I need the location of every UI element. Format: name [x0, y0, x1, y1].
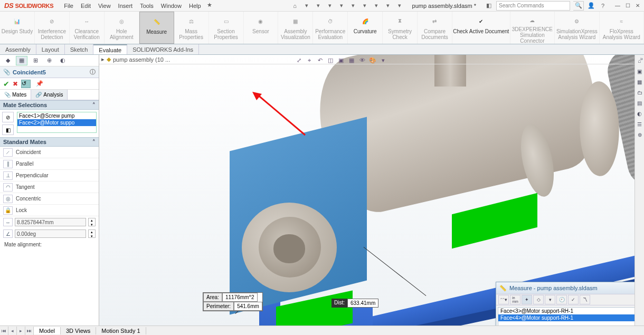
- chart-icon[interactable]: 〽: [580, 295, 590, 304]
- pin-icon[interactable]: ⓘ: [90, 68, 96, 76]
- restore-icon[interactable]: ☐: [623, 2, 632, 9]
- measure-selection-list[interactable]: Face<3>@Motor support-RH-1 Face<4>@Motor…: [498, 307, 634, 326]
- dim-manager-icon[interactable]: ⊕: [43, 56, 55, 65]
- zoom-fit-icon[interactable]: ⤢: [295, 56, 303, 64]
- home-icon[interactable]: ⌂: [291, 2, 299, 10]
- menu-view[interactable]: View: [95, 1, 114, 11]
- ribbon-compare-documents[interactable]: ⇄Compare Documents: [418, 12, 452, 44]
- undo-icon[interactable]: ▾: [349, 2, 357, 10]
- redo-icon[interactable]: ▾: [361, 2, 369, 10]
- taskpane-forum-icon[interactable]: ⊕: [636, 131, 643, 138]
- display-manager-icon[interactable]: ◐: [57, 56, 69, 65]
- print-icon[interactable]: ▾: [337, 2, 346, 10]
- tab-3d-views[interactable]: 3D Views: [61, 327, 96, 334]
- doc-tab-layout[interactable]: Layout: [36, 44, 65, 54]
- feature-tree-icon[interactable]: ◆: [2, 56, 14, 65]
- taskpane-file-explorer-icon[interactable]: 🗀: [636, 89, 643, 96]
- measure-window[interactable]: 📏 Measure - pump assembly.sldasm ? ✕ ᵔᵔ▾…: [496, 282, 634, 326]
- ribbon-performance-evaluation[interactable]: ⏱Performance Evaluation: [313, 12, 348, 44]
- ribbon-clearance-verification[interactable]: ↔Clearance Verification: [70, 12, 105, 44]
- menu-window[interactable]: Window: [158, 1, 185, 11]
- tab-mates[interactable]: 📎Mates: [0, 90, 31, 100]
- hide-show-icon[interactable]: 👁: [358, 56, 366, 64]
- menu-help[interactable]: Help: [186, 1, 204, 11]
- search-icon[interactable]: 🔍: [573, 1, 584, 11]
- user-icon[interactable]: 👤: [587, 2, 595, 10]
- mate-lock[interactable]: 🔒Lock: [0, 205, 99, 216]
- undo-preview-icon[interactable]: ↺: [21, 80, 31, 88]
- taskpane-design-lib-icon[interactable]: ▦: [636, 78, 643, 85]
- search-target-icon[interactable]: ◧: [485, 2, 493, 10]
- apply-scene-icon[interactable]: ▾: [379, 56, 387, 64]
- property-manager-icon[interactable]: ▦: [16, 56, 27, 65]
- ribbon--dexperience-simulation-connector[interactable]: ☁3DEXPERIENCE Simulation Connector: [510, 12, 555, 44]
- history-icon[interactable]: 🕘: [556, 295, 567, 304]
- cancel-icon[interactable]: ✖: [13, 80, 18, 88]
- new-icon[interactable]: ▾: [302, 2, 311, 10]
- config-manager-icon[interactable]: ⊞: [30, 56, 41, 65]
- section-standard-mates[interactable]: Standard Mates ˄: [0, 137, 99, 147]
- close-icon[interactable]: ✕: [633, 2, 642, 9]
- mate-perpendicular[interactable]: ⊥Perpendicular: [0, 170, 99, 181]
- tab-analysis[interactable]: 🔗Analysis: [31, 90, 68, 100]
- mate-coincident[interactable]: ⟋Coincident: [0, 147, 99, 158]
- section-mate-selections[interactable]: Mate Selections ˄: [0, 100, 99, 110]
- tab-model[interactable]: Model: [34, 327, 61, 334]
- angle-spinner[interactable]: ▴▾: [88, 229, 96, 238]
- projected-icon[interactable]: ▾: [545, 295, 555, 304]
- view-orient-icon[interactable]: ▣: [337, 56, 345, 64]
- ribbon-simulationxpress-analysis-wizard[interactable]: ⚙SimulationXpress Analysis Wizard: [555, 12, 599, 44]
- mate-selection-list[interactable]: Face<1>@Screw pump Face<2>@Motor suppo: [17, 112, 97, 133]
- mate-tangent[interactable]: ◠Tangent: [0, 181, 99, 193]
- mate-entity-icon[interactable]: ⊘: [2, 112, 14, 122]
- arc-mode-icon[interactable]: ᵔᵔ▾: [498, 295, 509, 304]
- tree-collapse-icon[interactable]: ▸: [101, 56, 105, 63]
- tab-motion-study[interactable]: Motion Study 1: [96, 327, 146, 334]
- select-icon[interactable]: ▾: [372, 2, 381, 10]
- measure-window-titlebar[interactable]: 📏 Measure - pump assembly.sldasm ? ✕: [496, 282, 634, 294]
- distance-spinner[interactable]: ▴▾: [88, 218, 96, 226]
- open-icon[interactable]: ▾: [314, 2, 323, 10]
- help-star-icon[interactable]: ★: [205, 1, 214, 9]
- ribbon-interference-detection[interactable]: ⊘Interference Detection: [35, 12, 70, 44]
- taskpane-custom-props-icon[interactable]: ☰: [636, 120, 643, 128]
- ribbon-design-study[interactable]: 📊Design Study: [0, 12, 35, 44]
- mate-selection-item[interactable]: Face<2>@Motor suppo: [17, 119, 96, 126]
- doc-tab-solidworks-add-ins[interactable]: SOLIDWORKS Add-Ins: [127, 44, 199, 54]
- menu-file[interactable]: File: [61, 1, 77, 11]
- sensor-icon[interactable]: ✓: [568, 295, 579, 304]
- measure-item[interactable]: Face<3>@Motor support-RH-1: [498, 308, 634, 314]
- xyz-icon[interactable]: ✦: [522, 295, 532, 304]
- breadcrumb[interactable]: pump assembly (10 ...: [113, 56, 170, 63]
- prev-view-icon[interactable]: ↶: [316, 56, 324, 64]
- ribbon-hole-alignment[interactable]: ◎Hole Alignment: [105, 12, 139, 44]
- distance-input[interactable]: [15, 218, 86, 226]
- measure-help-icon[interactable]: ?: [634, 284, 634, 292]
- mate-parallel[interactable]: ∥Parallel: [0, 158, 99, 170]
- ribbon-section-properties[interactable]: ▭Section Properties: [209, 12, 244, 44]
- angle-input[interactable]: [15, 229, 86, 238]
- minimize-icon[interactable]: —: [613, 2, 622, 9]
- units-button[interactable]: in mm: [510, 295, 520, 304]
- menu-tools[interactable]: Tools: [137, 1, 157, 11]
- push-pin-icon[interactable]: 📌: [36, 80, 43, 87]
- measure-item[interactable]: Face<4>@Motor support-RH-1: [498, 314, 634, 321]
- ribbon-check-active-document[interactable]: ✔Check Active Document: [452, 12, 510, 44]
- tab-next-icon[interactable]: ▸: [17, 327, 25, 335]
- mate-concentric[interactable]: ◎Concentric: [0, 193, 99, 205]
- display-style-icon[interactable]: ▦: [347, 56, 356, 64]
- collapse-icon[interactable]: ˄: [92, 102, 96, 109]
- mate-selection-item[interactable]: Face<1>@Screw pump: [17, 112, 96, 119]
- taskpane-view-palette-icon[interactable]: ▤: [636, 99, 643, 107]
- section-view-icon[interactable]: ◫: [326, 56, 335, 64]
- doc-tab-sketch[interactable]: Sketch: [65, 44, 94, 54]
- mate-align-icon[interactable]: ◧: [2, 125, 14, 135]
- ribbon-symmetry-check[interactable]: ⧗Symmetry Check: [383, 12, 418, 44]
- tab-first-icon[interactable]: ⏮: [0, 327, 8, 335]
- tab-prev-icon[interactable]: ◂: [8, 327, 17, 335]
- zoom-area-icon[interactable]: ⌖: [305, 56, 314, 64]
- sw-help-icon[interactable]: ?: [599, 2, 607, 10]
- options-icon[interactable]: ▾: [395, 2, 404, 10]
- ribbon-mass-properties[interactable]: ⚖Mass Properties: [174, 12, 209, 44]
- edit-appearance-icon[interactable]: 🎨: [368, 56, 377, 64]
